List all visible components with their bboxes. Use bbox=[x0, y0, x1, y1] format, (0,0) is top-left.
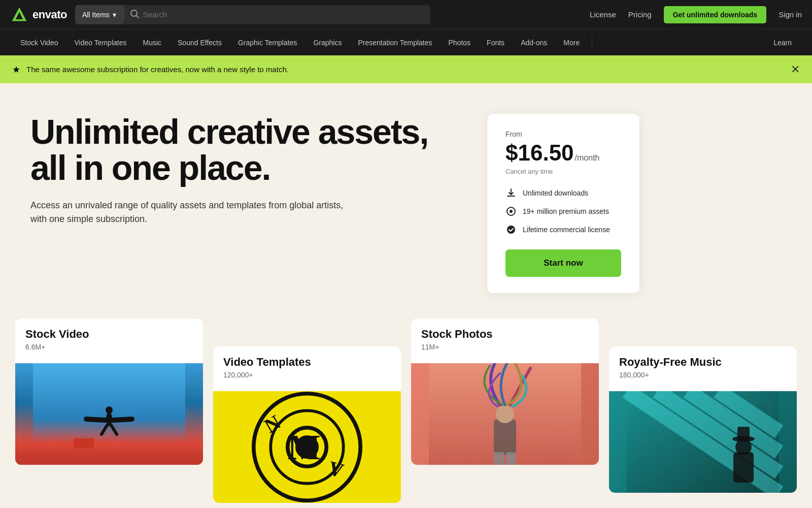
svg-point-5 bbox=[510, 210, 513, 213]
card-info: Royalty-Free Music 180,000+ bbox=[609, 346, 797, 391]
card-info: Video Templates 120,000+ bbox=[213, 346, 401, 391]
envato-logo-icon bbox=[10, 6, 28, 24]
feature-text: Unlimited downloads bbox=[523, 189, 588, 197]
svg-point-2 bbox=[131, 10, 137, 16]
hero-title: Unlimited creative assets, all in one pl… bbox=[30, 114, 467, 186]
sidebar-item-graphic-templates[interactable]: Graphic Templates bbox=[230, 29, 305, 56]
svg-line-3 bbox=[137, 16, 139, 18]
sidebar-item-presentation-templates[interactable]: Presentation Templates bbox=[350, 29, 440, 56]
nav-divider bbox=[592, 35, 592, 50]
download-icon bbox=[505, 187, 517, 199]
category-card-stock-photos[interactable]: Stock Photos 11M+ bbox=[411, 319, 599, 465]
price-features-list: Unlimited downloads 19+ million premium … bbox=[505, 187, 621, 235]
star-icon: ★ bbox=[12, 64, 20, 75]
nav-right: License Pricing Get unlimited downloads … bbox=[590, 6, 802, 23]
sign-in-link[interactable]: Sign in bbox=[779, 10, 802, 19]
card-title: Royalty-Free Music bbox=[619, 356, 787, 369]
card-count: 11M+ bbox=[421, 343, 589, 351]
announcement-text: The same awesome subscription for creati… bbox=[26, 65, 289, 74]
feature-text: Lifetime commercial license bbox=[523, 226, 610, 234]
check-circle-icon bbox=[505, 224, 517, 235]
svg-rect-39 bbox=[737, 427, 750, 441]
start-now-button[interactable]: Start now bbox=[505, 249, 621, 277]
svg-rect-27 bbox=[494, 419, 516, 455]
card-info: Stock Photos 11M+ bbox=[411, 319, 599, 363]
logo[interactable]: envato bbox=[10, 6, 67, 24]
svg-rect-36 bbox=[733, 452, 754, 483]
announcement-banner: ★ The same awesome subscription for crea… bbox=[0, 55, 812, 83]
card-title: Stock Photos bbox=[421, 328, 589, 341]
get-unlimited-button[interactable]: Get unlimited downloads bbox=[664, 6, 766, 23]
search-input-area bbox=[124, 9, 430, 20]
card-count: 180,000+ bbox=[619, 371, 787, 379]
pricing-card: From $16.50 /month Cancel any time Unlim… bbox=[487, 114, 639, 293]
svg-line-10 bbox=[113, 419, 132, 420]
card-count: 6.6M+ bbox=[25, 343, 193, 351]
sidebar-item-more[interactable]: More bbox=[555, 29, 588, 56]
sidebar-item-photos[interactable]: Photos bbox=[441, 29, 479, 56]
search-icon bbox=[130, 9, 139, 20]
learn-link[interactable]: Learn bbox=[765, 29, 800, 56]
sidebar-item-music[interactable]: Music bbox=[134, 29, 170, 56]
sidebar-item-video-templates[interactable]: Video Templates bbox=[66, 29, 134, 56]
category-card-video-templates[interactable]: Video Templates 120,000+ M N V bbox=[213, 346, 401, 503]
close-banner-button[interactable]: ✕ bbox=[791, 64, 800, 75]
search-input[interactable] bbox=[143, 10, 424, 19]
search-bar: All Items ▾ bbox=[75, 5, 430, 24]
svg-rect-15 bbox=[74, 438, 94, 449]
price-from-label: From bbox=[505, 130, 621, 138]
svg-rect-28 bbox=[494, 452, 504, 465]
svg-point-30 bbox=[496, 405, 514, 423]
sidebar-item-add-ons[interactable]: Add-ons bbox=[513, 29, 555, 56]
feature-text: 19+ million premium assets bbox=[523, 207, 609, 215]
price-main: $16.50 /month bbox=[505, 140, 621, 166]
secondary-navbar: Stock Video Video Templates Music Sound … bbox=[0, 29, 812, 55]
price-amount: $16.50 bbox=[505, 140, 574, 166]
card-title: Video Templates bbox=[223, 356, 391, 369]
svg-rect-14 bbox=[43, 442, 124, 446]
svg-point-13 bbox=[106, 406, 113, 414]
svg-text:M: M bbox=[288, 428, 321, 467]
card-image-stock-video bbox=[15, 363, 203, 465]
card-info: Stock Video 6.6M+ bbox=[15, 319, 203, 363]
sidebar-item-stock-video[interactable]: Stock Video bbox=[12, 29, 66, 56]
categories-section: Stock Video 6.6M+ bbox=[0, 319, 812, 508]
chevron-down-icon: ▾ bbox=[113, 11, 116, 19]
license-link[interactable]: License bbox=[590, 10, 616, 19]
logo-text: envato bbox=[32, 8, 67, 21]
sidebar-item-graphics[interactable]: Graphics bbox=[305, 29, 350, 56]
price-cancel-label: Cancel any time bbox=[505, 168, 621, 175]
hero-subtitle: Access an unrivaled range of quality ass… bbox=[30, 199, 376, 226]
card-image-video-templates: M N V bbox=[213, 391, 401, 503]
svg-line-9 bbox=[86, 419, 105, 420]
all-items-dropdown[interactable]: All Items ▾ bbox=[75, 5, 123, 24]
card-image-music bbox=[609, 391, 797, 493]
pricing-link[interactable]: Pricing bbox=[628, 10, 652, 19]
card-image-stock-photos bbox=[411, 363, 599, 465]
hero-section: Unlimited creative assets, all in one pl… bbox=[0, 83, 812, 319]
price-period: /month bbox=[575, 153, 600, 163]
sidebar-item-sound-effects[interactable]: Sound Effects bbox=[170, 29, 230, 56]
main-navbar: envato All Items ▾ License Pricing Get u… bbox=[0, 0, 812, 29]
shield-icon bbox=[505, 206, 517, 217]
svg-point-6 bbox=[507, 226, 515, 234]
card-count: 120,000+ bbox=[223, 371, 391, 379]
feature-unlimited-downloads: Unlimited downloads bbox=[505, 187, 621, 199]
feature-premium-assets: 19+ million premium assets bbox=[505, 206, 621, 217]
category-card-music[interactable]: Royalty-Free Music 180,000+ bbox=[609, 346, 797, 493]
card-title: Stock Video bbox=[25, 328, 193, 341]
hero-content: Unlimited creative assets, all in one pl… bbox=[30, 114, 467, 226]
feature-commercial-license: Lifetime commercial license bbox=[505, 224, 621, 235]
category-card-stock-video[interactable]: Stock Video 6.6M+ bbox=[15, 319, 203, 465]
sidebar-item-fonts[interactable]: Fonts bbox=[479, 29, 513, 56]
svg-rect-29 bbox=[506, 452, 516, 465]
